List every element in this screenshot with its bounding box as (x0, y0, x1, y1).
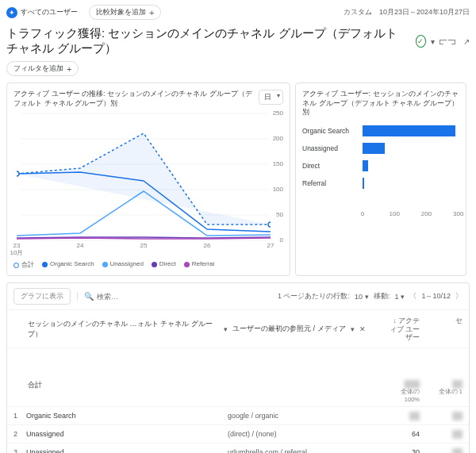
goto-page-select[interactable]: 1 ▾ (394, 293, 405, 301)
row-index: 2 (13, 430, 26, 438)
row-v1: 64 (388, 430, 420, 438)
xtick-month: 10月 (10, 248, 24, 257)
row-index: 3 (13, 448, 26, 453)
metric-2-header[interactable]: セ (431, 317, 463, 341)
show-in-chart-button[interactable]: グラフに表示 (13, 288, 71, 305)
search-box[interactable]: 🔍 (77, 292, 188, 301)
xtick: 300 (453, 210, 463, 217)
legend-item[interactable]: Direct (152, 260, 176, 269)
metric-1-header[interactable]: ↓ アクティブ ユーザー (388, 317, 420, 341)
dimension-1-label[interactable]: セッションのメインのチャネル …ォルト チャネル グループ） (28, 319, 219, 340)
total-v2: ██ (452, 380, 463, 388)
row-channel: Unassigned (26, 430, 228, 438)
legend-item[interactable]: 合計 (13, 260, 34, 269)
legend-item[interactable]: Unassigned (102, 260, 144, 269)
rows-per-page-label: 1 ページあたりの行数: (278, 291, 350, 301)
row-v1: 30 (388, 448, 420, 453)
svg-point-0 (17, 171, 19, 176)
chevron-down-icon[interactable]: ▾ (351, 325, 355, 333)
all-users-chip[interactable]: ✦ すべてのユーザー (6, 6, 84, 20)
date-range-picker[interactable]: カスタム 10月23日～2024年10月27日 (344, 7, 470, 17)
bar-row: Organic Search (302, 125, 459, 136)
status-check-icon[interactable]: ✓ (416, 35, 426, 48)
chevron-down-icon[interactable]: ▾ (431, 37, 435, 46)
table-row[interactable]: 2Unassigned(direct) / (none)64██ (7, 424, 469, 443)
bar-row: Referral (302, 178, 459, 189)
xtick: 25 (140, 242, 148, 249)
row-index: 1 (13, 412, 26, 420)
line-chart-title: アクティブ ユーザー の推移: セッションのメインのチャネル グループ（デフォル… (13, 90, 254, 108)
svg-point-1 (268, 222, 271, 227)
plus-icon: + (149, 8, 154, 17)
rows-per-page-select[interactable]: 10 ▾ (355, 293, 369, 301)
xtick: 26 (204, 242, 211, 249)
date-range-value: 10月23日～2024年10月27日 (379, 8, 470, 16)
bar-fill (363, 143, 385, 154)
xtick: 24 (77, 242, 84, 249)
bar-label: Referral (302, 179, 363, 187)
line-chart-svg (17, 113, 271, 240)
row-source: urlumbrella.com / referral (228, 448, 363, 453)
bar-row: Unassigned (302, 143, 459, 154)
xtick: 0 (361, 210, 364, 217)
ytick: 50 (276, 211, 283, 218)
line-chart: 250 200 150 100 50 0 23 10月 24 25 26 27 (13, 113, 283, 240)
total-sub1: 全体の 100% (388, 388, 420, 403)
legend-item[interactable]: Organic Search (42, 260, 94, 269)
search-input[interactable] (97, 293, 176, 301)
table-row[interactable]: 1Organic Searchgoogle / organic████ (7, 406, 469, 424)
ytick: 200 (273, 135, 283, 142)
total-label: 合計 (13, 380, 228, 403)
xtick: 200 (421, 210, 432, 217)
ytick: 0 (280, 236, 283, 244)
customize-icon[interactable]: ⫍⫎ (440, 37, 455, 46)
bar-label: Direct (302, 162, 363, 170)
xtick: 100 (390, 210, 400, 217)
row-v2: ██ (431, 412, 463, 420)
page-range: 1～10/12 (421, 291, 451, 301)
bar-fill (363, 178, 364, 189)
search-icon: 🔍 (84, 292, 94, 301)
share-icon[interactable]: ↗ (463, 37, 470, 46)
close-icon[interactable]: ✕ (359, 325, 366, 333)
total-v1: ███ (405, 380, 420, 388)
plus-icon: + (67, 64, 71, 74)
ytick: 100 (273, 186, 283, 193)
row-v1: ██ (388, 412, 420, 420)
bar-chart-card: アクティブ ユーザー: セッションのメインのチャネル グループ（デフォルト チャ… (295, 83, 466, 276)
page-title: トラフィック獲得: セッションのメインのチャネル グループ（デフォルト チャネル… (6, 26, 411, 56)
total-sub2: 全体の 1 (431, 388, 463, 396)
bar-fill (363, 125, 455, 136)
bar-label: Unassigned (302, 144, 363, 152)
table-row[interactable]: 3Unassignedurlumbrella.com / referral30█… (7, 443, 469, 453)
row-source: google / organic (228, 412, 363, 420)
row-channel: Unassigned (26, 448, 228, 453)
add-compare-chip[interactable]: 比較対象を追加 + (89, 5, 161, 20)
date-range-label: カスタム (344, 8, 372, 16)
legend-item[interactable]: Referral (184, 260, 214, 269)
chevron-down-icon[interactable]: ▾ (224, 325, 228, 333)
add-filter-label: フィルタを追加 (13, 63, 63, 74)
data-table-card: グラフに表示 🔍 1 ページあたりの行数: 10 ▾ 移動: 1 ▾ 〈 1～1… (6, 282, 470, 453)
dimension-2-label[interactable]: ユーザーの最初の参照元 / メディア (232, 324, 346, 334)
xtick: 27 (267, 242, 274, 249)
row-source: (direct) / (none) (228, 430, 363, 438)
bar-row: Direct (302, 160, 459, 171)
legend: 合計 Organic Search Unassigned Direct Refe… (13, 260, 283, 269)
page-next-icon[interactable]: 〉 (455, 291, 463, 301)
ytick: 150 (273, 160, 283, 167)
add-filter-chip[interactable]: フィルタを追加 + (6, 61, 79, 76)
row-v2: ██ (431, 448, 463, 453)
granularity-value: 日 (264, 93, 271, 101)
granularity-select[interactable]: 日 (259, 90, 283, 105)
goto-label: 移動: (374, 291, 390, 301)
add-compare-label: 比較対象を追加 (96, 7, 146, 17)
bar-chart: Organic Search Unassigned Direct Referra… (302, 125, 459, 206)
row-v2: ██ (431, 430, 463, 438)
user-badge-icon: ✦ (6, 7, 17, 18)
bar-chart-title: アクティブ ユーザー: セッションのメインのチャネル グループ（デフォルト チャ… (302, 90, 459, 117)
bar-label: Organic Search (302, 127, 363, 135)
ytick: 250 (273, 109, 283, 117)
page-prev-icon[interactable]: 〈 (409, 291, 416, 301)
row-channel: Organic Search (26, 412, 228, 420)
